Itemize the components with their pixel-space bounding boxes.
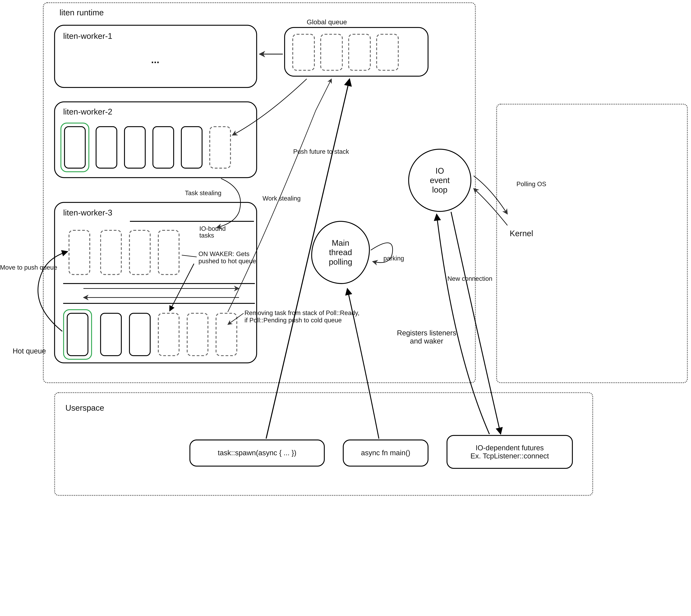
worker-3-hot-4	[158, 313, 180, 356]
global-slot-3	[348, 34, 371, 71]
task-spawn-box: task::spawn(async { ... })	[189, 439, 325, 466]
io-dep-label: IO-dependent futures Ex. TcpListener::co…	[470, 444, 549, 460]
worker-2-slot-4	[152, 126, 174, 169]
io-event-loop-ellipse: IO event loop	[408, 149, 472, 212]
parking-label: parking	[383, 255, 404, 262]
io-event-loop-label: IO event loop	[430, 166, 450, 195]
global-slot-4	[376, 34, 399, 71]
worker-1-title: liten-worker-1	[63, 31, 112, 41]
async-main-label: async fn main()	[361, 449, 410, 457]
worker-2-slot-5	[181, 126, 203, 169]
worker-3-title: liten-worker-3	[63, 208, 112, 218]
worker-3-mid-divider-1	[63, 283, 255, 284]
worker-3-cold-3	[129, 230, 151, 275]
main-thread-label: Main thread polling	[329, 238, 352, 267]
global-queue-label: Global queue	[307, 18, 347, 26]
registers-label: Registers listeners and waker	[397, 329, 456, 345]
new-connection-label: New connection	[447, 275, 493, 282]
async-main-box: async fn main()	[343, 439, 428, 466]
worker-3-top-divider	[130, 221, 254, 222]
worker-3-hot-1	[67, 313, 88, 356]
kernel-group	[496, 104, 688, 383]
worker-1-ellipsis: ...	[151, 54, 159, 66]
worker-3-hot-3	[129, 313, 151, 356]
move-to-push-label: Move to push queue	[0, 264, 57, 271]
io-dep-box: IO-dependent futures Ex. TcpListener::co…	[446, 435, 573, 469]
kernel-label: Kernel	[510, 229, 533, 239]
worker-2-slot-3	[124, 126, 146, 169]
worker-2-slot-6	[209, 126, 231, 169]
worker-2-title: liten-worker-2	[63, 107, 112, 117]
worker-3-hot-2	[100, 313, 122, 356]
on-waker-label: ON WAKER: Gets pushed to hot queue	[198, 250, 256, 265]
task-spawn-label: task::spawn(async { ... })	[218, 449, 296, 457]
removing-label: Removing task from stack of Poll::Ready,…	[245, 309, 359, 324]
worker-2-slot-2	[96, 126, 117, 169]
worker-2-slot-1	[64, 126, 86, 169]
global-slot-1	[292, 34, 315, 71]
push-future-label: Push future to stack	[293, 148, 349, 155]
worker-3-mid-divider-2	[63, 303, 255, 304]
task-stealing-label: Task stealing	[185, 189, 222, 197]
worker-3-cold-1	[68, 230, 90, 275]
worker-3-cold-4	[158, 230, 180, 275]
runtime-title: liten runtime	[60, 8, 104, 18]
work-stealing-label: Work stealing	[263, 195, 300, 202]
worker-3-cold-2	[100, 230, 122, 275]
worker-3-hot-6	[215, 313, 237, 356]
userspace-title: Userspace	[65, 403, 104, 413]
worker-3-hot-5	[187, 313, 208, 356]
global-slot-2	[320, 34, 343, 71]
io-bound-label: IO-bound tasks	[200, 225, 226, 239]
hot-queue-label: Hot queue	[13, 347, 46, 355]
